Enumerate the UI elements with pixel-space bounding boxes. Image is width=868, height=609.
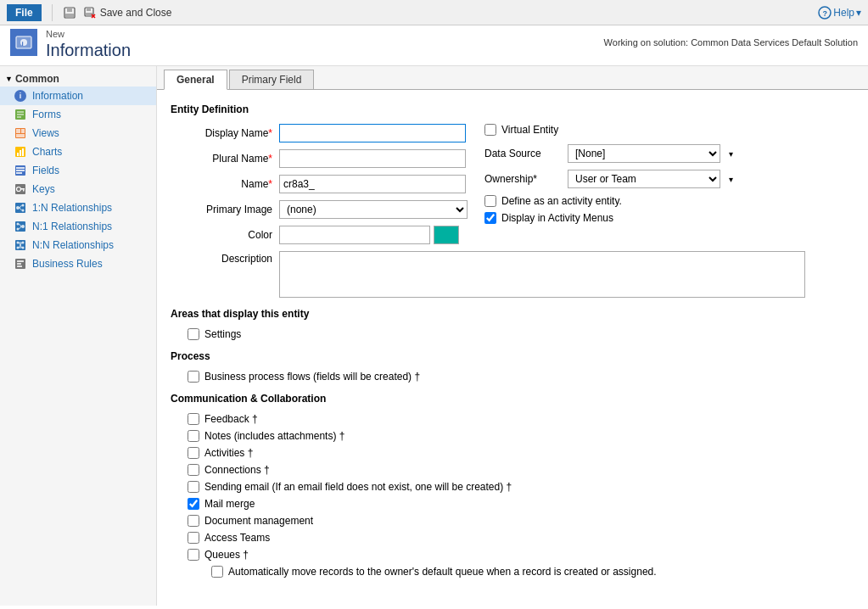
display-activity-menus-row: Display in Activity Menus bbox=[484, 212, 733, 224]
divider bbox=[52, 4, 53, 21]
tab-primary-field[interactable]: Primary Field bbox=[229, 70, 315, 89]
queues-checkbox[interactable] bbox=[188, 549, 199, 561]
form-left-col: Display Name* Plural Name* N bbox=[171, 124, 468, 251]
svg-point-34 bbox=[16, 206, 20, 210]
notes-checkbox[interactable] bbox=[188, 430, 199, 442]
notes-label: Notes (includes attachments) † bbox=[204, 430, 344, 442]
mail-merge-label: Mail merge bbox=[204, 498, 255, 510]
process-section: Process Business process flows (fields w… bbox=[171, 350, 854, 383]
sidebar-item-label: Charts bbox=[32, 146, 62, 158]
sidebar-item-biz-rules[interactable]: Business Rules bbox=[0, 254, 156, 273]
svg-point-40 bbox=[17, 223, 20, 226]
required-star: * bbox=[268, 127, 272, 139]
primary-image-select[interactable]: (none) bbox=[279, 200, 468, 219]
entity-definition-header: Entity Definition bbox=[171, 103, 854, 115]
svg-rect-20 bbox=[16, 134, 25, 137]
sidebar-item-label: N:1 Relationships bbox=[32, 221, 112, 232]
common-section-header[interactable]: ▼ Common bbox=[0, 70, 156, 87]
connections-row: Connections † bbox=[171, 464, 854, 476]
virtual-entity-checkbox[interactable] bbox=[484, 124, 496, 136]
sidebar-item-label: Information bbox=[32, 90, 83, 102]
display-activity-menus-checkbox[interactable] bbox=[484, 212, 496, 224]
sidebar-item-label: Business Rules bbox=[32, 258, 103, 270]
sending-email-checkbox[interactable] bbox=[188, 481, 199, 493]
sidebar-item-1n-rel[interactable]: 1:N Relationships bbox=[0, 198, 156, 217]
sidebar-item-keys[interactable]: Keys bbox=[0, 180, 156, 198]
data-source-arrow: ▾ bbox=[729, 149, 733, 159]
activities-row: Activities † bbox=[171, 447, 854, 459]
connections-checkbox[interactable] bbox=[188, 464, 199, 476]
sending-email-label: Sending email (If an email field does no… bbox=[204, 481, 512, 493]
description-label: Description bbox=[171, 251, 272, 265]
activities-label: Activities † bbox=[204, 447, 253, 459]
file-button[interactable]: File bbox=[7, 4, 42, 21]
color-input[interactable] bbox=[279, 226, 430, 244]
name-input[interactable] bbox=[279, 175, 466, 193]
ownership-select[interactable]: User or Team Organization bbox=[568, 170, 720, 188]
auto-move-checkbox[interactable] bbox=[211, 566, 223, 578]
svg-text:?: ? bbox=[823, 9, 828, 18]
fields-icon bbox=[14, 164, 27, 177]
svg-rect-1 bbox=[67, 8, 72, 12]
tab-general[interactable]: General bbox=[164, 70, 227, 90]
name-label: Name* bbox=[171, 178, 272, 190]
form-right-col: Virtual Entity Data Source [None] ▾ Owne… bbox=[484, 124, 733, 251]
help-button[interactable]: ? Help ▾ bbox=[818, 6, 861, 20]
description-textarea[interactable] bbox=[279, 251, 805, 298]
business-process-checkbox[interactable] bbox=[188, 371, 199, 383]
ownership-arrow: ▾ bbox=[729, 175, 733, 184]
display-name-input[interactable] bbox=[279, 124, 466, 142]
svg-rect-18 bbox=[16, 129, 20, 133]
sidebar-item-fields[interactable]: Fields bbox=[0, 161, 156, 180]
sidebar-item-forms[interactable]: Forms bbox=[0, 105, 156, 124]
data-source-label: Data Source bbox=[484, 148, 561, 159]
activities-checkbox[interactable] bbox=[188, 447, 199, 459]
primary-image-row: Primary Image (none) bbox=[171, 200, 468, 219]
feedback-checkbox[interactable] bbox=[188, 413, 199, 425]
sidebar-item-charts[interactable]: Charts bbox=[0, 142, 156, 161]
plural-name-input[interactable] bbox=[279, 149, 466, 168]
connections-label: Connections † bbox=[204, 464, 270, 476]
page-title: Information bbox=[46, 41, 131, 60]
mail-merge-checkbox[interactable] bbox=[188, 498, 199, 510]
ownership-row: Ownership* User or Team Organization ▾ bbox=[484, 170, 733, 188]
data-source-select[interactable]: [None] bbox=[568, 144, 720, 163]
notes-row: Notes (includes attachments) † bbox=[171, 430, 854, 442]
sidebar-item-nn-rel[interactable]: N:N Relationships bbox=[0, 236, 156, 254]
save-icon bbox=[63, 6, 76, 20]
sidebar-item-views[interactable]: Views bbox=[0, 124, 156, 142]
triangle-icon: ▼ bbox=[5, 75, 13, 83]
save-close-button[interactable]: Save and Close bbox=[83, 6, 172, 20]
info-icon: i bbox=[14, 89, 27, 103]
color-swatch[interactable] bbox=[434, 226, 459, 244]
main-layout: ▼ Common i Information Forms bbox=[0, 66, 868, 606]
sending-email-row: Sending email (If an email field does no… bbox=[171, 481, 854, 493]
mail-merge-row: Mail merge bbox=[171, 498, 854, 510]
tab-bar: General Primary Field bbox=[157, 66, 868, 90]
display-name-label: Display Name* bbox=[171, 127, 272, 139]
define-activity-row: Define as an activity entity. bbox=[484, 195, 733, 207]
auto-move-row: Automatically move records to the owner'… bbox=[171, 566, 854, 578]
save-icon-btn[interactable] bbox=[63, 6, 76, 20]
description-row: Description bbox=[171, 251, 854, 298]
settings-checkbox[interactable] bbox=[188, 328, 199, 340]
display-name-row: Display Name* bbox=[171, 124, 468, 142]
sidebar-item-information[interactable]: i Information bbox=[0, 87, 156, 105]
virtual-entity-row: Virtual Entity bbox=[484, 124, 733, 136]
new-label: New bbox=[46, 29, 131, 39]
required-star: * bbox=[268, 178, 272, 190]
define-activity-checkbox[interactable] bbox=[484, 195, 496, 207]
feedback-label: Feedback † bbox=[204, 413, 258, 425]
virtual-entity-label: Virtual Entity bbox=[501, 124, 558, 136]
svg-point-35 bbox=[22, 204, 25, 207]
required-star: * bbox=[268, 153, 272, 165]
doc-management-checkbox[interactable] bbox=[188, 515, 199, 527]
business-process-label: Business process flows (fields will be c… bbox=[204, 371, 420, 383]
display-activity-menus-label: Display in Activity Menus bbox=[501, 212, 613, 224]
doc-management-row: Document management bbox=[171, 515, 854, 527]
access-teams-checkbox[interactable] bbox=[188, 532, 199, 544]
sidebar-item-n1-rel[interactable]: N:1 Relationships bbox=[0, 217, 156, 236]
collab-section: Communication & Collaboration Feedback †… bbox=[171, 393, 854, 578]
svg-rect-26 bbox=[16, 167, 25, 169]
save-close-icon bbox=[83, 6, 97, 20]
